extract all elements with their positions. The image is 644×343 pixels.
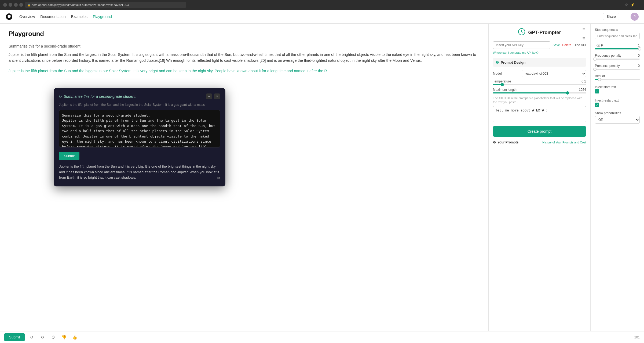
api-key-row: Save Delete Hide API — [493, 41, 586, 49]
main-layout: Playground Summarize this for a second-g… — [0, 24, 644, 343]
nav-overview[interactable]: Overview — [19, 15, 35, 19]
avatar[interactable]: P — [631, 13, 639, 21]
url-text: beta.openai.com/playground/p/default-sum… — [32, 3, 129, 6]
prompts-gear-icon: ⚙ — [493, 140, 496, 144]
top-p-thumb — [638, 47, 641, 50]
stop-sequences-row: Stop sequences — [595, 28, 640, 39]
presence-penalty-label-row: Presence penalty 0 — [595, 64, 640, 68]
bookmark-button[interactable]: ☆ — [625, 3, 628, 7]
nav-right: Share ⋯ P — [603, 13, 639, 21]
stop-sequences-label: Stop sequences — [595, 28, 618, 32]
show-prob-select[interactable]: Off Most likely Least likely Full spectr… — [595, 116, 640, 124]
prompt-label: Summarize this for a second-grade studen… — [9, 44, 480, 48]
temperature-value: 0.1 — [581, 80, 586, 83]
parameters-panel: ≡ ≡ Stop sequences Top P 1 Frequency pen… — [590, 24, 644, 343]
refresh-button[interactable]: ↺ — [28, 334, 35, 341]
freq-penalty-slider[interactable] — [595, 59, 640, 60]
your-prompts-label: ⚙ Your Prompts — [493, 140, 518, 144]
nav-playground[interactable]: Playground — [93, 15, 112, 19]
reload-button[interactable] — [14, 3, 18, 7]
api-link[interactable]: Where can I generate my API key? — [493, 51, 586, 54]
popup-preview-text: Jupiter is the fifth planet from the Sun… — [59, 103, 220, 107]
freq-penalty-label: Frequency penalty — [595, 54, 621, 57]
nav-documentation[interactable]: Documentation — [40, 15, 65, 19]
playground-area: Playground Summarize this for a second-g… — [0, 24, 488, 343]
thumbdown-button[interactable]: 👎 — [60, 334, 68, 341]
back-button[interactable] — [3, 3, 7, 7]
inject-restart-label: Inject restart text — [595, 99, 619, 102]
address-bar[interactable]: 🔒 beta.openai.com/playground/p/default-s… — [25, 2, 186, 8]
browser-actions: ☆ ⚡ ⋮ — [625, 3, 641, 7]
show-prob-label: Show probabilities — [595, 111, 621, 115]
stop-sequences-input[interactable] — [595, 33, 640, 39]
max-length-label: Maximum length — [493, 88, 520, 92]
max-length-label-row: Maximum length 1024 — [493, 88, 586, 92]
gpt-prompter-sidebar: GPT-Prompter Save Delete Hide API Where … — [488, 24, 590, 343]
inject-restart-checkbox-row: ✓ — [595, 103, 640, 107]
menu-button[interactable]: ⋮ — [637, 3, 641, 7]
max-length-track[interactable] — [493, 92, 586, 93]
bottom-submit-button[interactable]: Submit — [4, 333, 25, 341]
api-hide-button[interactable]: Hide API — [573, 43, 586, 47]
popup-response: Jupiter is the fifth planet from the Sun… — [59, 164, 220, 180]
extensions-button[interactable]: ⚡ — [630, 3, 635, 7]
popup-modal: ▷ Summarize this for a second-grade stud… — [54, 88, 225, 186]
max-length-value: 1024 — [579, 88, 586, 92]
model-label: Model — [493, 72, 520, 75]
popup-footer: Submit — [59, 152, 220, 160]
api-key-input[interactable] — [493, 41, 550, 49]
browser-chrome: 🔒 beta.openai.com/playground/p/default-s… — [0, 0, 644, 10]
prompt-design-section: ⚙ Prompt Design — [493, 58, 586, 67]
model-select[interactable]: text-davinci-003 — [522, 70, 586, 77]
forward-button[interactable] — [9, 3, 12, 7]
more-button[interactable]: ⋯ — [623, 14, 627, 20]
freq-penalty-thumb — [593, 57, 597, 61]
top-p-fill — [595, 48, 640, 49]
popup-close-button[interactable]: × — [214, 93, 220, 99]
browser-controls — [3, 3, 23, 7]
api-save-button[interactable]: Save — [552, 43, 560, 47]
gpt-logo-icon — [518, 28, 525, 37]
presence-penalty-label: Presence penalty — [595, 64, 620, 68]
popup-response-text: Jupiter is the fifth planet from the Sun… — [59, 164, 219, 180]
inject-restart-checkbox[interactable]: ✓ — [595, 103, 599, 107]
best-of-value: 1 — [638, 74, 640, 78]
history-button[interactable]: ⏱ — [49, 334, 57, 341]
freq-penalty-value: 0 — [638, 54, 640, 57]
best-of-label-row: Best of 1 — [595, 74, 640, 78]
inject-restart-row: Inject restart text ✓ — [595, 98, 640, 107]
popup-submit-button[interactable]: Submit — [59, 152, 79, 160]
presence-penalty-slider[interactable] — [595, 69, 640, 70]
home-button[interactable] — [19, 3, 23, 7]
gpt-title-text: GPT-Prompter — [528, 30, 561, 35]
show-prob-label-row: Show probabilities — [595, 111, 640, 115]
inject-start-row: Inject start text ✓ — [595, 84, 640, 93]
copy-icon[interactable]: ⧉ — [217, 175, 220, 181]
lock-icon: 🔒 — [27, 3, 31, 6]
model-row: Model text-davinci-003 — [493, 70, 586, 77]
popup-textarea[interactable]: Summarize this for a second-grade studen… — [59, 110, 220, 147]
temperature-thumb — [501, 83, 504, 86]
popup-minimize-button[interactable]: − — [206, 93, 212, 99]
presence-penalty-value: 0 — [638, 64, 640, 68]
page-title: Playground — [9, 30, 480, 38]
nav-examples[interactable]: Examples — [71, 15, 87, 19]
top-p-label: Top P — [595, 44, 603, 47]
thumbup-button[interactable]: 👍 — [71, 334, 78, 341]
popup-header: ▷ Summarize this for a second-grade stud… — [59, 93, 220, 99]
top-p-slider[interactable] — [595, 48, 640, 49]
create-prompt-button[interactable]: Create prompt — [493, 126, 586, 137]
max-length-thumb — [566, 91, 569, 95]
best-of-slider[interactable] — [595, 79, 640, 80]
temperature-track[interactable] — [493, 84, 586, 85]
inject-start-checkbox[interactable]: ✓ — [595, 89, 599, 93]
api-delete-button[interactable]: Delete — [562, 43, 572, 47]
prompt-template-input[interactable]: Tell me more about #TEXT# : — [493, 106, 586, 122]
your-prompts-text: Your Prompts — [497, 140, 518, 144]
share-button[interactable]: Share — [603, 13, 619, 20]
top-p-label-row: Top P 1 — [595, 44, 640, 47]
nav-bar: Overview Documentation Examples Playgrou… — [0, 10, 644, 24]
history-link[interactable]: History of Your Prompts and Cost — [542, 141, 586, 144]
inject-start-checkbox-row: ✓ — [595, 89, 640, 93]
reset-button[interactable]: ↻ — [39, 334, 46, 341]
